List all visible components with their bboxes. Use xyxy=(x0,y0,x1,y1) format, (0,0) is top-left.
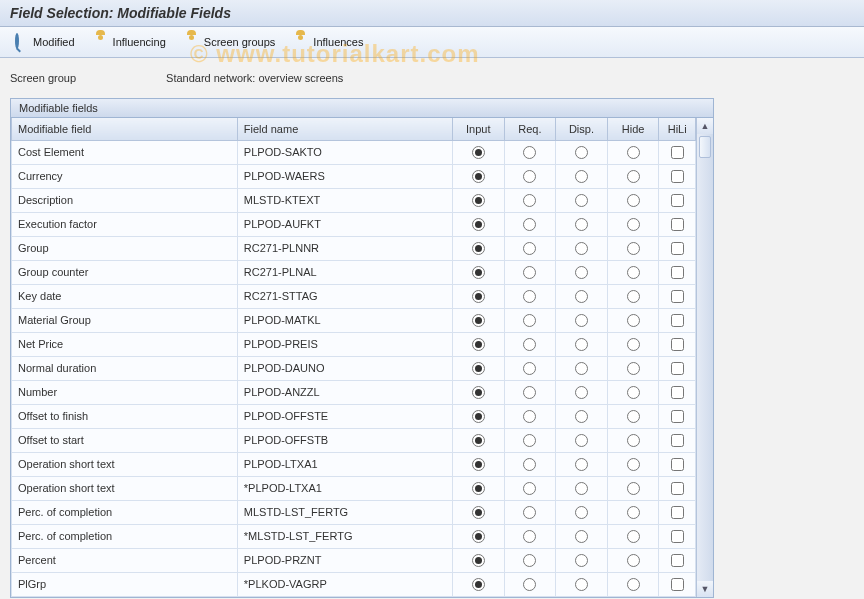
table-row[interactable]: Execution factorPLPOD-AUFKT xyxy=(12,212,696,236)
checkbox-hili[interactable] xyxy=(671,314,684,327)
radio-disp[interactable] xyxy=(575,242,588,255)
radio-disp[interactable] xyxy=(575,434,588,447)
radio-hide[interactable] xyxy=(627,554,640,567)
table-row[interactable]: DescriptionMLSTD-KTEXT xyxy=(12,188,696,212)
checkbox-hili[interactable] xyxy=(671,578,684,591)
scroll-up-icon[interactable]: ▲ xyxy=(697,118,713,134)
radio-req[interactable] xyxy=(523,506,536,519)
checkbox-hili[interactable] xyxy=(671,146,684,159)
checkbox-hili[interactable] xyxy=(671,194,684,207)
radio-req[interactable] xyxy=(523,434,536,447)
radio-hide[interactable] xyxy=(627,146,640,159)
radio-disp[interactable] xyxy=(575,338,588,351)
radio-disp[interactable] xyxy=(575,194,588,207)
radio-disp[interactable] xyxy=(575,410,588,423)
checkbox-hili[interactable] xyxy=(671,434,684,447)
checkbox-hili[interactable] xyxy=(671,410,684,423)
checkbox-hili[interactable] xyxy=(671,530,684,543)
radio-req[interactable] xyxy=(523,554,536,567)
modified-button[interactable]: Modified xyxy=(6,31,84,53)
radio-req[interactable] xyxy=(523,266,536,279)
radio-input[interactable] xyxy=(472,434,485,447)
radio-hide[interactable] xyxy=(627,530,640,543)
checkbox-hili[interactable] xyxy=(671,386,684,399)
radio-input[interactable] xyxy=(472,146,485,159)
radio-disp[interactable] xyxy=(575,554,588,567)
table-row[interactable]: PercentPLPOD-PRZNT xyxy=(12,548,696,572)
table-row[interactable]: Material GroupPLPOD-MATKL xyxy=(12,308,696,332)
radio-disp[interactable] xyxy=(575,578,588,591)
radio-req[interactable] xyxy=(523,410,536,423)
radio-disp[interactable] xyxy=(575,458,588,471)
checkbox-hili[interactable] xyxy=(671,170,684,183)
radio-hide[interactable] xyxy=(627,482,640,495)
radio-disp[interactable] xyxy=(575,290,588,303)
radio-req[interactable] xyxy=(523,578,536,591)
radio-hide[interactable] xyxy=(627,314,640,327)
radio-input[interactable] xyxy=(472,554,485,567)
radio-hide[interactable] xyxy=(627,194,640,207)
radio-req[interactable] xyxy=(523,290,536,303)
radio-input[interactable] xyxy=(472,578,485,591)
table-row[interactable]: Operation short textPLPOD-LTXA1 xyxy=(12,452,696,476)
radio-input[interactable] xyxy=(472,218,485,231)
radio-input[interactable] xyxy=(472,506,485,519)
checkbox-hili[interactable] xyxy=(671,338,684,351)
table-row[interactable]: PlGrp*PLKOD-VAGRP xyxy=(12,572,696,596)
table-row[interactable]: NumberPLPOD-ANZZL xyxy=(12,380,696,404)
table-row[interactable]: Net PricePLPOD-PREIS xyxy=(12,332,696,356)
influences-button[interactable]: Influences xyxy=(286,31,372,53)
radio-input[interactable] xyxy=(472,386,485,399)
radio-req[interactable] xyxy=(523,458,536,471)
radio-disp[interactable] xyxy=(575,218,588,231)
col-field-name[interactable]: Field name xyxy=(237,118,452,140)
radio-hide[interactable] xyxy=(627,362,640,375)
radio-input[interactable] xyxy=(472,290,485,303)
radio-hide[interactable] xyxy=(627,170,640,183)
col-hide[interactable]: Hide xyxy=(607,118,659,140)
col-hili[interactable]: HiLi xyxy=(659,118,696,140)
radio-disp[interactable] xyxy=(575,386,588,399)
scroll-track[interactable] xyxy=(697,134,713,581)
radio-input[interactable] xyxy=(472,530,485,543)
checkbox-hili[interactable] xyxy=(671,458,684,471)
table-row[interactable]: Perc. of completion*MLSTD-LST_FERTG xyxy=(12,524,696,548)
radio-hide[interactable] xyxy=(627,578,640,591)
radio-hide[interactable] xyxy=(627,410,640,423)
radio-hide[interactable] xyxy=(627,290,640,303)
vertical-scrollbar[interactable]: ▲ ▼ xyxy=(696,118,713,597)
radio-hide[interactable] xyxy=(627,242,640,255)
checkbox-hili[interactable] xyxy=(671,506,684,519)
radio-disp[interactable] xyxy=(575,266,588,279)
table-row[interactable]: Offset to startPLPOD-OFFSTB xyxy=(12,428,696,452)
scroll-thumb[interactable] xyxy=(699,136,711,158)
radio-req[interactable] xyxy=(523,386,536,399)
radio-hide[interactable] xyxy=(627,218,640,231)
table-row[interactable]: Operation short text*PLPOD-LTXA1 xyxy=(12,476,696,500)
radio-input[interactable] xyxy=(472,242,485,255)
checkbox-hili[interactable] xyxy=(671,218,684,231)
checkbox-hili[interactable] xyxy=(671,362,684,375)
radio-hide[interactable] xyxy=(627,266,640,279)
radio-hide[interactable] xyxy=(627,458,640,471)
radio-req[interactable] xyxy=(523,218,536,231)
radio-hide[interactable] xyxy=(627,338,640,351)
radio-req[interactable] xyxy=(523,194,536,207)
checkbox-hili[interactable] xyxy=(671,266,684,279)
radio-hide[interactable] xyxy=(627,434,640,447)
radio-disp[interactable] xyxy=(575,314,588,327)
table-row[interactable]: Normal durationPLPOD-DAUNO xyxy=(12,356,696,380)
radio-disp[interactable] xyxy=(575,362,588,375)
radio-hide[interactable] xyxy=(627,386,640,399)
radio-req[interactable] xyxy=(523,242,536,255)
checkbox-hili[interactable] xyxy=(671,290,684,303)
radio-input[interactable] xyxy=(472,482,485,495)
col-input[interactable]: Input xyxy=(452,118,504,140)
radio-input[interactable] xyxy=(472,338,485,351)
radio-input[interactable] xyxy=(472,170,485,183)
screen-groups-button[interactable]: Screen groups xyxy=(177,31,285,53)
radio-req[interactable] xyxy=(523,314,536,327)
radio-disp[interactable] xyxy=(575,506,588,519)
table-row[interactable]: Cost ElementPLPOD-SAKTO xyxy=(12,140,696,164)
radio-disp[interactable] xyxy=(575,482,588,495)
